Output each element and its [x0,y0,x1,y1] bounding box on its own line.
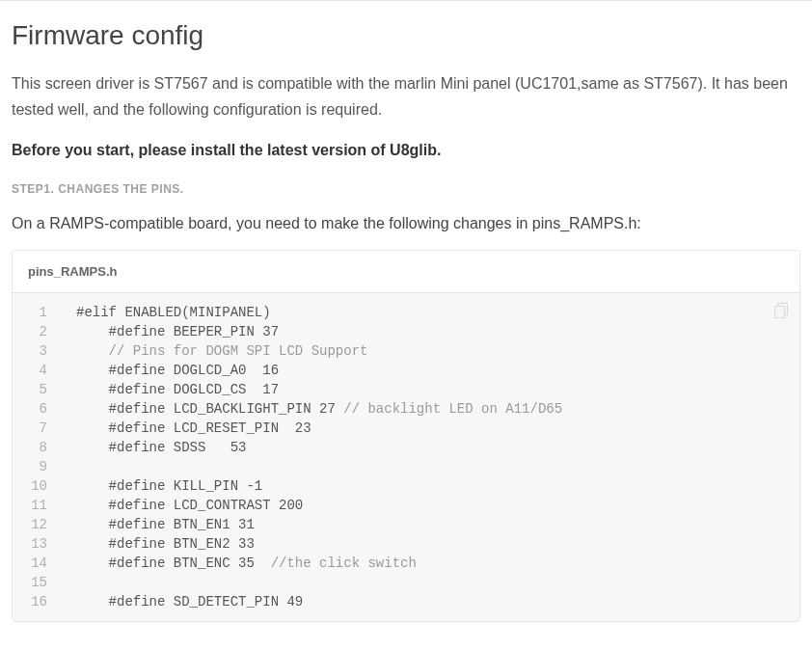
code-text: #define SD_DETECT_PIN 49 [76,594,303,609]
code-line: #define SDSS 53 [76,438,784,457]
code-line: #define BTN_EN2 33 [76,534,784,554]
code-text: #define DOGLCD_A0 16 [76,363,279,378]
code-line: #define BEEPER_PIN 37 [76,322,784,341]
code-line: #define BTN_EN1 31 [76,515,784,534]
code-line: #define LCD_RESET_PIN 23 [76,419,784,438]
code-block: pins_RAMPS.h 12345678910111213141516 #el… [12,250,800,622]
code-text: #define BTN_EN1 31 [76,517,255,532]
code-line: // Pins for DOGM SPI LCD Support [76,341,784,361]
code-text: #define LCD_RESET_PIN 23 [76,420,311,436]
line-number: 4 [26,361,47,380]
page-title: Firmware config [12,20,800,51]
line-numbers: 12345678910111213141516 [13,293,57,611]
code-content: #elif ENABLED(MINIPANEL) #define BEEPER_… [57,293,799,611]
code-comment: // Pins for DOGM SPI LCD Support [109,343,368,359]
line-number: 6 [26,399,47,419]
line-number: 1 [26,303,47,322]
intro-paragraph: This screen driver is ST7567 and is comp… [12,70,800,122]
line-number: 12 [26,515,47,534]
code-line: #define SD_DETECT_PIN 49 [76,592,784,611]
step1-heading: STEP1. CHANGES THE PINS. [12,182,800,196]
warning-text: Before you start, please install the lat… [12,142,800,159]
code-line: #elif ENABLED(MINIPANEL) [76,303,784,322]
code-text: #elif ENABLED(MINIPANEL) [76,305,271,320]
code-line: #define BTN_ENC 35 //the click switch [76,554,784,573]
line-number: 7 [26,419,47,438]
line-number: 13 [26,534,47,554]
code-text [76,343,109,359]
code-line: #define DOGLCD_CS 17 [76,380,784,399]
code-line: #define KILL_PIN -1 [76,476,784,496]
step1-description: On a RAMPS-compatible board, you need to… [12,215,800,232]
code-text: #define LCD_BACKLIGHT_PIN 27 [76,401,343,417]
code-text: #define BTN_EN2 33 [76,536,255,552]
line-number: 11 [26,496,47,515]
copy-icon[interactable] [774,303,788,318]
line-number: 14 [26,554,47,573]
line-number: 10 [26,476,47,496]
line-number: 15 [26,573,47,592]
line-number: 5 [26,380,47,399]
line-number: 9 [26,457,47,476]
code-comment: // backlight LED on A11/D65 [343,401,562,417]
code-text: #define BEEPER_PIN 37 [76,324,279,339]
code-text: #define LCD_CONTRAST 200 [76,498,303,513]
code-filename: pins_RAMPS.h [13,251,799,293]
code-line [76,573,784,592]
code-body: 12345678910111213141516 #elif ENABLED(MI… [13,293,799,621]
code-text: #define BTN_ENC 35 [76,555,271,571]
line-number: 8 [26,438,47,457]
code-text: #define KILL_PIN -1 [76,478,262,494]
line-number: 2 [26,322,47,341]
line-number: 16 [26,592,47,611]
svg-rect-1 [775,307,785,318]
code-line: #define DOGLCD_A0 16 [76,361,784,380]
code-text: #define SDSS 53 [76,440,246,455]
code-text: #define DOGLCD_CS 17 [76,382,279,397]
code-line [76,457,784,476]
line-number: 3 [26,341,47,361]
code-comment: //the click switch [271,555,417,571]
code-line: #define LCD_BACKLIGHT_PIN 27 // backligh… [76,399,784,419]
code-line: #define LCD_CONTRAST 200 [76,496,784,515]
